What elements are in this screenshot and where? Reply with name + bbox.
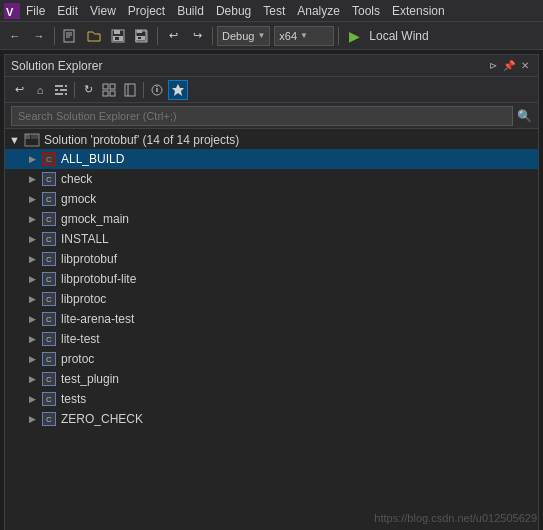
se-props-icon [150, 83, 164, 97]
platform-dropdown[interactable]: x64 ▼ [274, 26, 334, 46]
play-button[interactable]: ▶ [343, 25, 365, 47]
open-icon [87, 29, 101, 43]
menu-file[interactable]: File [20, 2, 51, 20]
toolbar-sep-1 [54, 27, 55, 45]
se-search-icon[interactable]: 🔍 [517, 109, 532, 123]
back-button[interactable]: ← [4, 25, 26, 47]
tree-item-8[interactable]: ▶ C lite-arena-test [5, 309, 538, 329]
svg-rect-16 [65, 85, 67, 87]
svg-rect-21 [103, 84, 108, 89]
item-icon-3: C [41, 211, 57, 227]
solution-label: Solution 'protobuf' (14 of 14 projects) [44, 133, 239, 147]
item-icon-0: C [41, 151, 57, 167]
redo-button[interactable]: ↪ [186, 25, 208, 47]
se-props-btn[interactable] [147, 80, 167, 100]
item-arrow-2: ▶ [25, 192, 39, 206]
item-icon-5: C [41, 251, 57, 267]
item-label-12: tests [61, 392, 86, 406]
debug-dropdown-arrow: ▼ [257, 31, 265, 40]
tree-item-10[interactable]: ▶ C protoc [5, 349, 538, 369]
tree-item-0[interactable]: ▶ C ALL_BUILD [5, 149, 538, 169]
svg-rect-22 [110, 84, 115, 89]
item-arrow-13: ▶ [25, 412, 39, 426]
se-pin-icon [171, 83, 185, 97]
se-toolbar: ↩ ⌂ ↻ [5, 77, 538, 103]
svg-rect-7 [114, 30, 120, 34]
menu-project[interactable]: Project [122, 2, 171, 20]
platform-dropdown-arrow: ▼ [300, 31, 308, 40]
solution-arrow-icon: ▼ [9, 134, 20, 146]
solution-icon [24, 132, 40, 148]
item-arrow-1: ▶ [25, 172, 39, 186]
se-collapse-btn[interactable] [99, 80, 119, 100]
new-project-button[interactable] [59, 25, 81, 47]
menu-test[interactable]: Test [257, 2, 291, 20]
item-arrow-4: ▶ [25, 232, 39, 246]
forward-button[interactable]: → [28, 25, 50, 47]
tree-item-1[interactable]: ▶ C check [5, 169, 538, 189]
menu-tools[interactable]: Tools [346, 2, 386, 20]
se-tb-sep2 [143, 82, 144, 98]
se-title-icons: ⊳ 📌 ✕ [486, 59, 532, 73]
undo-button[interactable]: ↩ [162, 25, 184, 47]
se-pin-btn[interactable] [168, 80, 188, 100]
se-tree: ▼ Solution 'protobuf' (14 of 14 projects… [5, 129, 538, 530]
item-icon-2: C [41, 191, 57, 207]
tree-item-6[interactable]: ▶ C libprotobuf-lite [5, 269, 538, 289]
menu-build[interactable]: Build [171, 2, 210, 20]
item-arrow-5: ▶ [25, 252, 39, 266]
toolbar-sep-3 [212, 27, 213, 45]
svg-rect-20 [65, 93, 67, 95]
item-icon-9: C [41, 331, 57, 347]
item-arrow-9: ▶ [25, 332, 39, 346]
pin-icon[interactable]: ⊳ [486, 59, 500, 73]
debug-mode-dropdown[interactable]: Debug ▼ [217, 26, 270, 46]
se-home-btn[interactable]: ⌂ [30, 80, 50, 100]
se-settings-btn[interactable] [51, 80, 71, 100]
item-label-10: protoc [61, 352, 94, 366]
menu-extensions[interactable]: Extension [386, 2, 451, 20]
close-se-icon[interactable]: ✕ [518, 59, 532, 73]
new-project-icon [63, 29, 77, 43]
menu-edit[interactable]: Edit [51, 2, 84, 20]
se-search-bar: 🔍 [5, 103, 538, 129]
tree-item-4[interactable]: ▶ C INSTALL [5, 229, 538, 249]
item-arrow-7: ▶ [25, 292, 39, 306]
svg-rect-15 [55, 85, 63, 87]
tree-item-13[interactable]: ▶ C ZERO_CHECK [5, 409, 538, 429]
auto-hide-icon[interactable]: 📌 [502, 59, 516, 73]
item-icon-1: C [41, 171, 57, 187]
se-expand-btn[interactable] [120, 80, 140, 100]
svg-rect-17 [55, 89, 58, 91]
se-search-input[interactable] [11, 106, 513, 126]
tree-item-9[interactable]: ▶ C lite-test [5, 329, 538, 349]
save-all-button[interactable] [131, 25, 153, 47]
svg-rect-31 [25, 134, 30, 139]
tree-item-2[interactable]: ▶ C gmock [5, 189, 538, 209]
item-label-1: check [61, 172, 92, 186]
tree-item-5[interactable]: ▶ C libprotobuf [5, 249, 538, 269]
open-button[interactable] [83, 25, 105, 47]
item-arrow-8: ▶ [25, 312, 39, 326]
tree-item-11[interactable]: ▶ C test_plugin [5, 369, 538, 389]
menu-analyze[interactable]: Analyze [291, 2, 346, 20]
menu-view[interactable]: View [84, 2, 122, 20]
item-arrow-0: ▶ [25, 152, 39, 166]
svg-rect-19 [55, 93, 63, 95]
tree-item-7[interactable]: ▶ C libprotoc [5, 289, 538, 309]
menu-debug[interactable]: Debug [210, 2, 257, 20]
item-icon-4: C [41, 231, 57, 247]
se-refresh-btn[interactable]: ↻ [78, 80, 98, 100]
svg-rect-14 [138, 37, 141, 39]
tree-item-12[interactable]: ▶ C tests [5, 389, 538, 409]
item-arrow-3: ▶ [25, 212, 39, 226]
item-icon-13: C [41, 411, 57, 427]
svg-rect-2 [64, 30, 74, 42]
se-tb-sep [74, 82, 75, 98]
se-sync-btn[interactable]: ↩ [9, 80, 29, 100]
item-label-2: gmock [61, 192, 96, 206]
svg-rect-32 [31, 134, 39, 139]
solution-root[interactable]: ▼ Solution 'protobuf' (14 of 14 projects… [5, 131, 538, 149]
save-button[interactable] [107, 25, 129, 47]
tree-item-3[interactable]: ▶ C gmock_main [5, 209, 538, 229]
